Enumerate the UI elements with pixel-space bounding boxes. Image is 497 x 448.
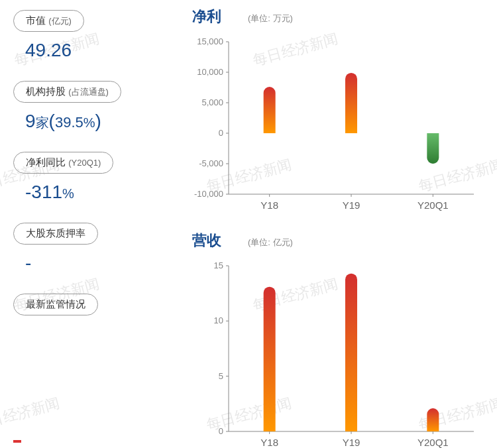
profit-yoy-num: -311 (25, 182, 62, 202)
svg-text:0: 0 (219, 426, 223, 436)
market-cap-value: 49.26 (25, 40, 172, 61)
regulation-group: 最新监管情况 (13, 294, 172, 315)
svg-text:10,000: 10,000 (197, 67, 223, 77)
regulation-label: 最新监管情况 (26, 298, 85, 309)
pledge-group: 大股东质押率 - (13, 223, 172, 274)
svg-text:15: 15 (214, 260, 223, 270)
net-profit-unit: (单位: 万元) (248, 13, 293, 25)
institutions-count-unit: 家 (36, 115, 49, 130)
revenue-chart-block: 营收 (单位: 亿元) 051015Y18Y19Y20Q1 (186, 231, 484, 448)
svg-text:10: 10 (214, 315, 223, 325)
svg-text:-10,000: -10,000 (194, 189, 223, 199)
pledge-value: - (25, 252, 172, 274)
net-profit-chart: -10,000-5,00005,00010,00015,000Y18Y19Y20… (186, 32, 484, 217)
revenue-unit: (单位: 亿元) (248, 237, 293, 249)
institutions-pct-unit: % (83, 115, 95, 130)
svg-text:15,000: 15,000 (197, 36, 223, 46)
regulation-pill: 最新监管情况 (13, 294, 98, 315)
right-panel: 净利 (单位: 万元) -10,000-5,00005,00010,00015,… (182, 0, 497, 448)
svg-text:-5,000: -5,000 (199, 158, 223, 168)
profit-yoy-unit: % (62, 186, 74, 201)
profit-yoy-label: 净利同比 (26, 156, 66, 168)
institutions-count: 9 (25, 111, 36, 131)
market-cap-pill: 市值 (亿元) (13, 10, 84, 32)
net-profit-chart-block: 净利 (单位: 万元) -10,000-5,00005,00010,00015,… (186, 7, 484, 217)
revenue-title: 营收 (192, 231, 221, 251)
profit-yoy-group: 净利同比 (Y20Q1) -311% (13, 152, 172, 203)
pledge-label: 大股东质押率 (26, 227, 85, 239)
profit-yoy-value: -311% (25, 182, 172, 203)
market-cap-group: 市值 (亿元) 49.26 (13, 10, 172, 61)
revenue-chart: 051015Y18Y19Y20Q1 (186, 256, 484, 448)
svg-text:Y19: Y19 (343, 199, 360, 211)
institutions-label: 机构持股 (26, 85, 66, 97)
market-cap-label: 市值 (26, 15, 46, 26)
left-panel: 市值 (亿元) 49.26 机构持股 (占流通盘) 9家(39.5%) 净利同比… (0, 0, 182, 448)
institutions-group: 机构持股 (占流通盘) 9家(39.5%) (13, 81, 172, 132)
svg-text:5,000: 5,000 (201, 97, 223, 107)
institutions-pill: 机构持股 (占流通盘) (13, 81, 121, 103)
svg-text:0: 0 (219, 128, 223, 138)
svg-text:Y20Q1: Y20Q1 (417, 437, 449, 448)
svg-text:Y18: Y18 (260, 199, 278, 211)
profit-yoy-pill: 净利同比 (Y20Q1) (13, 152, 113, 174)
institutions-sub: (占流通盘) (68, 87, 109, 97)
institutions-pct: 39.5 (55, 114, 83, 131)
svg-text:5: 5 (219, 371, 223, 381)
market-cap-sub: (亿元) (48, 16, 72, 26)
svg-text:Y19: Y19 (343, 437, 360, 448)
pledge-pill: 大股东质押率 (13, 223, 98, 245)
svg-text:Y18: Y18 (260, 437, 278, 448)
institutions-value: 9家(39.5%) (25, 111, 172, 132)
net-profit-title: 净利 (192, 7, 221, 27)
svg-text:Y20Q1: Y20Q1 (417, 199, 449, 211)
profit-yoy-sub: (Y20Q1) (68, 158, 101, 168)
